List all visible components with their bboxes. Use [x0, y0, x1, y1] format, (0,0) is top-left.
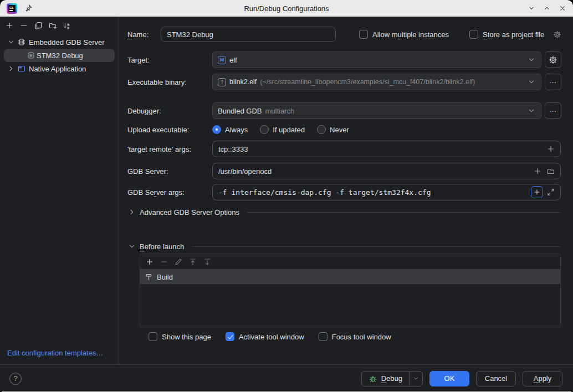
window-shade-icon[interactable] [528, 4, 535, 12]
allow-multiple-instances-checkbox[interactable] [359, 30, 368, 39]
name-input[interactable] [161, 27, 336, 42]
activate-tool-window-label[interactable]: Activate tool window [239, 333, 304, 341]
chevron-right-icon[interactable] [127, 208, 136, 216]
window-title: Run/Debug Configurations [0, 4, 573, 13]
activate-tool-window-checkbox[interactable] [226, 332, 234, 341]
radio-option-always[interactable]: Always [212, 125, 248, 134]
add-task-icon[interactable] [145, 257, 154, 266]
show-this-page-option[interactable]: Show this page [149, 332, 211, 341]
radio-label[interactable]: Always [225, 126, 248, 134]
chevron-down-icon [527, 78, 536, 86]
bug-icon [369, 374, 377, 383]
focus-tool-window-checkbox[interactable] [319, 332, 328, 341]
store-as-project-file-checkbox[interactable] [469, 30, 478, 39]
tree-item-stm32-debug[interactable]: STM32 Debug [4, 49, 115, 62]
advanced-gdb-server-options-section[interactable]: Advanced GDB Server Options [127, 206, 561, 218]
move-task-down-icon[interactable] [203, 257, 212, 266]
show-this-page-checkbox[interactable] [149, 332, 157, 341]
chevron-down-icon[interactable] [127, 242, 136, 251]
macro-plus-button-focused[interactable] [531, 186, 543, 198]
move-task-up-icon[interactable] [188, 257, 197, 266]
gear-icon [549, 55, 557, 64]
focus-tool-window-label[interactable]: Focus tool window [332, 333, 391, 341]
radio-button[interactable] [212, 125, 221, 134]
edit-task-icon[interactable] [174, 257, 183, 266]
gdb-server-args-field[interactable]: -f interface/cmsis-dap.cfg -f target/stm… [212, 184, 561, 200]
executable-browse-button[interactable]: … [545, 74, 561, 90]
executable-binary-select[interactable]: ? blink2.elf (~/src/streamline_libopencm… [212, 74, 541, 90]
tree-item-label: STM32 Debug [37, 51, 83, 60]
folder-browse-icon[interactable] [546, 167, 555, 176]
store-as-project-file-option: Store as project file [469, 27, 561, 42]
copy-configuration-button[interactable] [32, 19, 44, 32]
question-mark-icon: ? [13, 374, 17, 383]
chevron-right-icon[interactable] [7, 64, 16, 73]
activate-tool-window-option[interactable]: Activate tool window [226, 332, 304, 341]
radio-option-never[interactable]: Never [317, 125, 349, 134]
sort-configurations-button[interactable] [61, 19, 73, 32]
gdb-server-args-label: GDB Server args: [127, 184, 185, 200]
debugger-suffix: multiarch [265, 107, 295, 115]
gdb-server-value: /usr/bin/openocd [218, 167, 272, 176]
add-configuration-button[interactable] [3, 19, 16, 32]
chip-icon [27, 51, 35, 60]
bottom-options-row: Show this page Activate tool window Focu… [149, 331, 391, 342]
allow-multiple-instances-option: Allow multiple instances [359, 27, 449, 42]
ellipsis-icon: … [549, 106, 557, 116]
application-icon [17, 64, 26, 73]
remove-configuration-button[interactable] [18, 19, 30, 32]
before-launch-task-build[interactable]: Build [140, 270, 560, 284]
titlebar: CL Run/Debug Configurations [0, 0, 573, 17]
before-launch-toolbar [140, 254, 560, 270]
debugger-select[interactable]: Bundled GDB multiarch [212, 102, 541, 119]
macro-plus-icon[interactable] [533, 167, 542, 176]
radio-label[interactable]: Never [330, 126, 349, 134]
window-maximize-icon[interactable] [543, 4, 551, 12]
target-select[interactable]: M elf [212, 51, 541, 68]
task-label: Build [157, 273, 173, 281]
before-launch-label[interactable]: Before launch [140, 243, 184, 251]
tree-item-native-application[interactable]: Native Application [0, 62, 119, 75]
debug-dropdown-button[interactable] [409, 372, 422, 386]
target-remote-args-value: tcp::3333 [218, 145, 248, 153]
radio-label[interactable]: If updated [273, 126, 305, 134]
radio-button[interactable] [317, 125, 326, 134]
window-close-icon[interactable] [559, 4, 566, 12]
radio-button[interactable] [260, 125, 269, 134]
help-button[interactable]: ? [9, 373, 22, 385]
cmake-target-icon: M [218, 56, 226, 64]
debugger-browse-button[interactable]: … [545, 102, 561, 119]
tree-item-label: Embedded GDB Server [29, 38, 105, 47]
new-folder-button[interactable] [47, 19, 59, 32]
debug-button[interactable]: Debug [362, 372, 409, 386]
debug-split-button: Debug [361, 371, 423, 386]
ok-button[interactable]: OK [429, 371, 469, 386]
debug-button-label: Debug [381, 374, 402, 383]
store-as-project-file-label[interactable]: Store as project file [483, 30, 544, 39]
before-launch-section[interactable]: Before launch [127, 240, 561, 252]
allow-multiple-instances-label[interactable]: Allow multiple instances [372, 30, 449, 39]
chevron-down-icon[interactable] [7, 38, 16, 47]
binary-file-icon: ? [218, 78, 226, 86]
advanced-section-label[interactable]: Advanced GDB Server Options [140, 208, 239, 216]
gdb-server-field[interactable]: /usr/bin/openocd [212, 163, 561, 179]
show-this-page-label[interactable]: Show this page [162, 333, 211, 341]
upload-executable-radio-group: Always If updated Never [212, 122, 349, 137]
target-remote-args-field[interactable]: tcp::3333 [212, 141, 561, 157]
target-settings-button[interactable] [545, 51, 561, 68]
edit-configuration-templates-link[interactable]: Edit configuration templates… [7, 349, 103, 357]
store-settings-gear-icon[interactable] [553, 30, 561, 39]
chevron-down-icon [412, 375, 419, 382]
focus-tool-window-option[interactable]: Focus tool window [319, 332, 391, 341]
radio-option-if-updated[interactable]: If updated [260, 125, 305, 134]
chevron-down-icon [527, 106, 536, 115]
apply-button[interactable]: Apply [523, 371, 562, 386]
debugger-label: Debugger: [127, 102, 161, 119]
cancel-button[interactable]: Cancel [476, 371, 516, 386]
remove-task-icon[interactable] [160, 257, 168, 266]
expand-field-icon[interactable] [546, 188, 555, 197]
chevron-down-icon [527, 55, 536, 64]
tree-item-embedded-gdb-server[interactable]: Embedded GDB Server [0, 35, 119, 49]
macro-plus-icon[interactable] [546, 145, 555, 153]
sidebar-toolbar [0, 17, 119, 32]
